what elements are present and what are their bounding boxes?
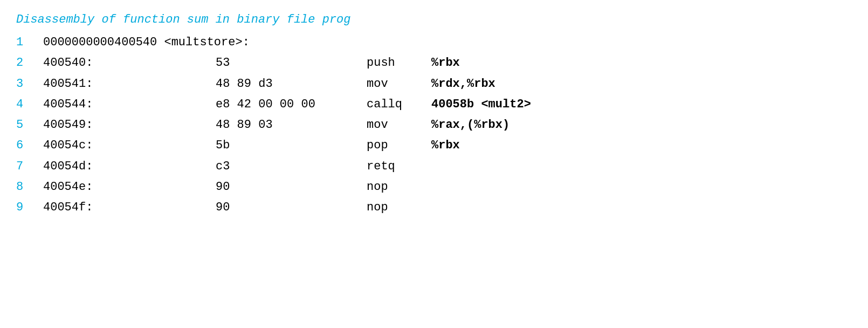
- table-row: 4 400544: e8 42 00 00 00 callq 40058b <m…: [16, 95, 852, 114]
- line-number: 7: [16, 157, 43, 176]
- mnemonic: mov: [367, 74, 431, 94]
- table-row: 5 400549: 48 89 03 mov %rax,(%rbx): [16, 115, 852, 135]
- table-row: 6 40054c: 5b pop %rbx: [16, 136, 852, 155]
- hex-bytes: 48 89 d3: [216, 74, 367, 94]
- line-number: 3: [16, 74, 43, 94]
- table-row: 7 40054d: c3 retq: [16, 157, 852, 176]
- table-row: 9 40054f: 90 nop: [16, 198, 852, 217]
- hex-bytes: 48 89 03: [216, 115, 367, 135]
- instruction-address: 40054d:: [43, 157, 216, 176]
- instruction-address: 400544:: [43, 95, 216, 114]
- line-number: 8: [16, 177, 43, 197]
- table-row: 2 400540: 53 push %rbx: [16, 53, 852, 73]
- instruction-address: 0000000000400540 <multstore>:: [43, 33, 367, 52]
- hex-bytes: 5b: [216, 136, 367, 155]
- operands: 40058b <mult2>: [431, 95, 531, 114]
- instruction-address: 400541:: [43, 74, 216, 94]
- mnemonic: push: [367, 53, 431, 73]
- hex-bytes: 53: [216, 53, 367, 73]
- instruction-address: 40054f:: [43, 198, 216, 217]
- hex-bytes: 90: [216, 177, 367, 197]
- mnemonic: retq: [367, 157, 431, 176]
- operands: %rdx,%rbx: [431, 74, 495, 94]
- mnemonic: pop: [367, 136, 431, 155]
- instruction-address: 400540:: [43, 53, 216, 73]
- operands: %rax,(%rbx): [431, 115, 509, 135]
- line-number: 2: [16, 53, 43, 73]
- line-number: 5: [16, 115, 43, 135]
- line-number: 6: [16, 136, 43, 155]
- line-number: 9: [16, 198, 43, 217]
- header-line: Disassembly of function sum in binary fi…: [16, 11, 852, 29]
- mnemonic: nop: [367, 198, 431, 217]
- operands: %rbx: [431, 53, 460, 73]
- table-row: 3 400541: 48 89 d3 mov %rdx,%rbx: [16, 74, 852, 94]
- header-suffix: sum in binary file prog: [187, 13, 351, 26]
- table-row: 1 0000000000400540 <multstore>:: [16, 33, 852, 52]
- operands: %rbx: [431, 136, 460, 155]
- line-number: 4: [16, 95, 43, 114]
- instruction-address: 400549:: [43, 115, 216, 135]
- header-prefix: Disassembly of function: [16, 13, 187, 26]
- mnemonic: nop: [367, 177, 431, 197]
- instruction-address: 40054e:: [43, 177, 216, 197]
- table-row: 8 40054e: 90 nop: [16, 177, 852, 197]
- hex-bytes: 90: [216, 198, 367, 217]
- hex-bytes: e8 42 00 00 00: [216, 95, 367, 114]
- mnemonic: mov: [367, 115, 431, 135]
- mnemonic: callq: [367, 95, 431, 114]
- line-number: 1: [16, 33, 43, 52]
- instruction-address: 40054c:: [43, 136, 216, 155]
- hex-bytes: c3: [216, 157, 367, 176]
- disassembly-view: Disassembly of function sum in binary fi…: [16, 11, 852, 218]
